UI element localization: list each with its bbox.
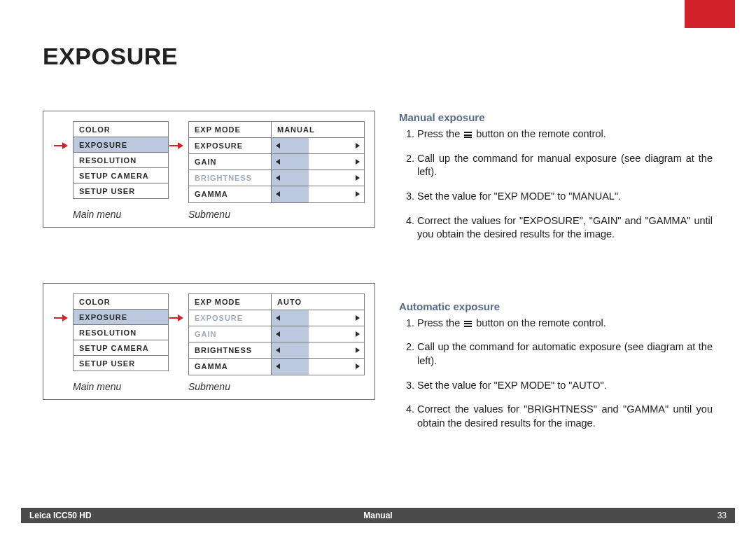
triangle-left-icon: [276, 331, 280, 337]
main-menu-item: COLOR: [74, 122, 168, 137]
submenu-label: GAIN: [189, 326, 272, 342]
caption-main: Main menu: [73, 381, 188, 392]
arrow-icon: [169, 142, 185, 149]
triangle-left-icon: [276, 175, 280, 181]
triangle-left-icon: [276, 347, 280, 353]
instruction-step: Press the button on the remote control.: [417, 317, 713, 331]
page-title: EXPOSURE: [43, 43, 178, 70]
submenu-slider: [272, 138, 364, 153]
triangle-left-icon: [276, 159, 280, 165]
arrow-icon: [54, 314, 69, 321]
main-menu-item: SETUP USER: [74, 356, 168, 371]
main-menu-item: RESOLUTION: [74, 325, 168, 340]
menu-icon: [464, 132, 472, 138]
triangle-right-icon: [356, 175, 360, 181]
triangle-right-icon: [356, 191, 360, 197]
main-menu-item: SETUP CAMERA: [74, 340, 168, 356]
instruction-step: Press the button on the remote control.: [417, 127, 713, 141]
caption-sub: Submenu: [188, 381, 230, 392]
triangle-right-icon: [356, 143, 360, 148]
main-menu-item: RESOLUTION: [74, 153, 168, 168]
instruction-step: Correct the values for "EXPOSURE", "GAIN…: [417, 214, 713, 242]
submenu-label: GAMMA: [189, 186, 272, 202]
submenu-slider: [272, 326, 364, 342]
main-menu: COLOREXPOSURERESOLUTIONSETUP CAMERASETUP…: [73, 121, 169, 199]
section-title: Manual exposure: [399, 111, 713, 125]
main-menu-item: SETUP CAMERA: [74, 168, 168, 184]
submenu-slider: [272, 154, 364, 169]
submenu-slider: [272, 170, 364, 186]
triangle-right-icon: [356, 315, 360, 321]
instruction-step: Correct the values for "BRIGHTNESS" and …: [417, 403, 713, 430]
brand-tab: [685, 0, 735, 28]
submenu-label: GAMMA: [189, 359, 272, 375]
submenu-slider: [272, 186, 364, 202]
caption-sub: Submenu: [188, 209, 230, 220]
footer-center: Manual: [363, 511, 392, 520]
diagram-auto: COLOREXPOSURERESOLUTIONSETUP CAMERASETUP…: [43, 283, 375, 400]
main-menu: COLOREXPOSURERESOLUTIONSETUP CAMERASETUP…: [73, 293, 169, 371]
submenu-label: GAIN: [189, 154, 272, 169]
submenu-label: BRIGHTNESS: [189, 342, 272, 358]
diagram-manual: COLOREXPOSURERESOLUTIONSETUP CAMERASETUP…: [43, 111, 375, 228]
triangle-left-icon: [276, 143, 280, 148]
footer-page-number: 33: [718, 511, 727, 520]
instruction-step: Set the value for "EXP MODE" to "MANUAL"…: [417, 190, 713, 204]
triangle-left-icon: [276, 315, 280, 321]
submenu-slider: [272, 310, 364, 326]
submenu-label: EXPOSURE: [189, 310, 272, 326]
submenu: EXP MODEAUTOEXPOSUREGAINBRIGHTNESSGAMMA: [188, 293, 365, 375]
submenu-value: AUTO: [272, 294, 364, 310]
submenu-label: EXP MODE: [189, 294, 272, 310]
instructions-column: Manual exposurePress the button on the r…: [399, 111, 713, 441]
page-footer: Leica ICC50 HD Manual 33: [21, 508, 735, 523]
submenu-label: EXPOSURE: [189, 138, 272, 153]
main-menu-item: EXPOSURE: [74, 137, 168, 153]
triangle-left-icon: [276, 364, 280, 369]
instruction-step: Call up the command for manual exposure …: [417, 152, 713, 179]
triangle-left-icon: [276, 191, 280, 197]
triangle-right-icon: [356, 159, 360, 165]
main-menu-item: COLOR: [74, 294, 168, 310]
submenu-label: BRIGHTNESS: [189, 170, 272, 186]
instruction-list: Press the button on the remote control.C…: [399, 127, 713, 241]
submenu-slider: [272, 359, 364, 375]
section-title: Automatic exposure: [399, 300, 713, 314]
triangle-right-icon: [356, 331, 360, 337]
arrow-icon: [54, 142, 69, 149]
main-menu-item: SETUP USER: [74, 184, 168, 198]
submenu: EXP MODEMANUALEXPOSUREGAINBRIGHTNESSGAMM…: [188, 121, 365, 203]
menu-icon: [464, 321, 472, 327]
main-menu-item: EXPOSURE: [74, 310, 168, 325]
triangle-right-icon: [356, 364, 360, 369]
instruction-step: Set the value for "EXP MODE" to "AUTO".: [417, 379, 713, 393]
submenu-slider: [272, 342, 364, 358]
submenu-value: MANUAL: [272, 122, 364, 137]
footer-product: Leica ICC50 HD: [29, 511, 92, 520]
arrow-icon: [169, 314, 185, 321]
caption-main: Main menu: [73, 209, 188, 220]
instruction-list: Press the button on the remote control.C…: [399, 317, 713, 430]
triangle-right-icon: [356, 347, 360, 353]
submenu-label: EXP MODE: [189, 122, 272, 137]
instruction-step: Call up the command for automatic exposu…: [417, 340, 713, 368]
